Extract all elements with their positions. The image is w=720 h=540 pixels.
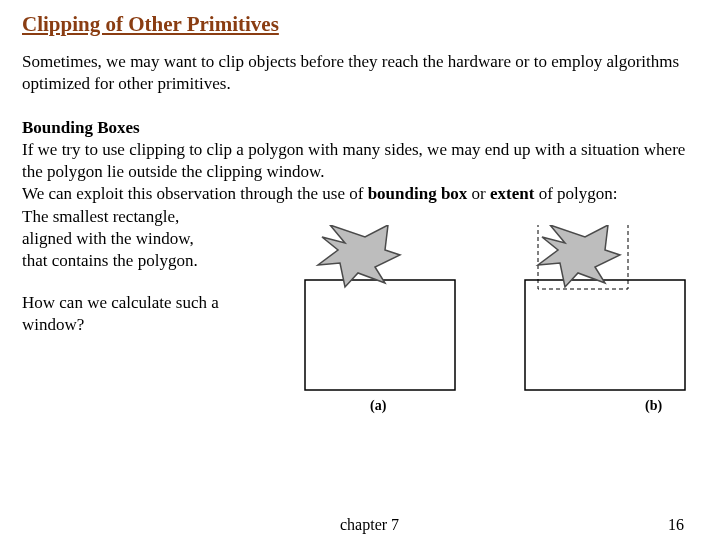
footer-page-number: 16 (668, 516, 684, 534)
p2-prefix: We can exploit this observation through … (22, 184, 368, 203)
paragraph-2: We can exploit this observation through … (22, 183, 698, 205)
p2-bold-extent: extent (490, 184, 534, 203)
p2-mid: or (467, 184, 490, 203)
svg-rect-0 (305, 280, 455, 390)
svg-rect-2 (525, 280, 685, 390)
bounding-box-figure (290, 225, 690, 395)
question-text: How can we calculate such a window? (22, 292, 252, 336)
slide-title: Clipping of Other Primitives (22, 12, 698, 37)
svg-marker-4 (538, 225, 620, 287)
footer-chapter: chapter 7 (340, 516, 399, 534)
p3-line3: that contains the polygon. (22, 250, 252, 272)
svg-marker-1 (318, 225, 400, 287)
p3-line1: The smallest rectangle, (22, 206, 252, 228)
intro-paragraph: Sometimes, we may want to clip objects b… (22, 51, 698, 95)
p2-bold-bbox: bounding box (368, 184, 468, 203)
p3-line2: aligned with the window, (22, 228, 252, 250)
figure-label-b: (b) (645, 398, 662, 414)
paragraph-1: If we try to use clipping to clip a poly… (22, 139, 698, 183)
section-heading: Bounding Boxes (22, 117, 698, 139)
figure-label-a: (a) (370, 398, 386, 414)
p2-suffix: of polygon: (534, 184, 617, 203)
